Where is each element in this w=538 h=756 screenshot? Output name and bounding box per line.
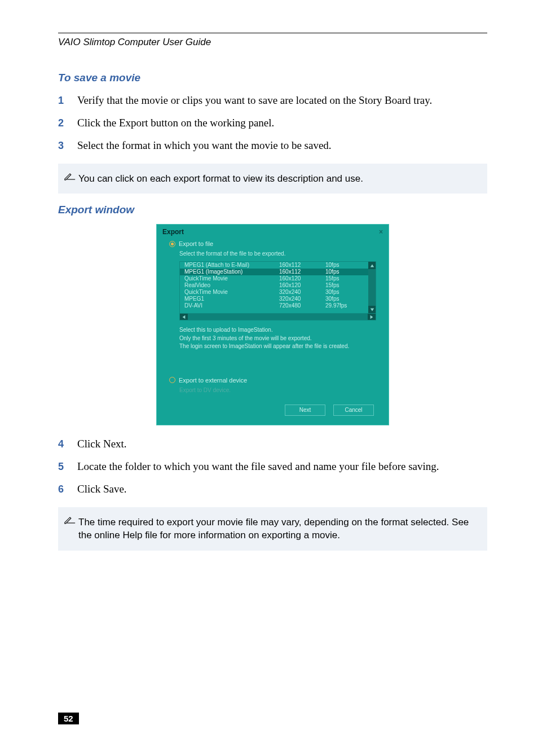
pencil-note-icon <box>64 172 78 181</box>
format-fps: 15fps <box>325 283 364 288</box>
format-res: 320x240 <box>279 296 325 302</box>
export-dialog: Export × Export to file Select the forma… <box>156 224 389 425</box>
step-text: Click the Export button on the working p… <box>77 116 487 130</box>
step-number: 2 <box>58 116 77 130</box>
format-res: 720x480 <box>279 303 325 309</box>
section-heading-save-movie: To save a movie <box>58 72 487 84</box>
format-name: MPEG1 (ImageStation) <box>184 269 279 275</box>
running-header: VAIO Slimtop Computer User Guide <box>58 37 487 48</box>
document-page: VAIO Slimtop Computer User Guide To save… <box>0 0 538 551</box>
step-row: 3 Select the format in which you want th… <box>58 138 487 153</box>
scroll-down-icon[interactable] <box>368 306 376 313</box>
format-name: QuickTime Movie <box>184 276 279 282</box>
next-button[interactable]: Next <box>285 405 325 416</box>
format-fps: 15fps <box>325 276 364 282</box>
note-box: The time required to export your movie f… <box>58 507 487 551</box>
close-icon[interactable]: × <box>379 228 383 236</box>
pencil-note-icon <box>64 516 78 524</box>
step-row: 4 Click Next. <box>58 437 487 451</box>
horizontal-scrollbar[interactable] <box>179 314 376 320</box>
desc-line: Select this to upload to ImageStation. <box>179 326 376 335</box>
step-number: 1 <box>58 93 77 108</box>
step-number: 5 <box>58 459 77 474</box>
device-sub-label: Export to DV device. <box>179 387 376 393</box>
step-text: Click Save. <box>77 482 487 496</box>
format-row[interactable]: QuickTime Movie 160x120 15fps <box>180 275 368 282</box>
step-row: 5 Locate the folder to which you want th… <box>58 459 487 474</box>
format-fps: 30fps <box>325 296 364 302</box>
format-fps: 10fps <box>325 262 364 268</box>
desc-line: The login screen to ImageStation will ap… <box>179 342 376 351</box>
format-row[interactable]: MPEG1 320x240 30fps <box>180 296 368 302</box>
note-text: You can click on each export format to v… <box>78 172 478 186</box>
format-fps: 30fps <box>325 289 364 295</box>
step-text: Select the format in which you want the … <box>77 138 487 153</box>
step-text: Click Next. <box>77 437 487 451</box>
step-number: 6 <box>58 482 77 496</box>
step-row: 1 Verify that the movie or clips you wan… <box>58 93 487 108</box>
format-fps: 10fps <box>325 269 364 275</box>
format-res: 160x112 <box>279 262 325 268</box>
scroll-left-icon[interactable] <box>180 314 188 320</box>
step-number: 3 <box>58 138 77 153</box>
format-name: DV-AVI <box>184 303 279 309</box>
radio-selected-icon <box>169 241 175 247</box>
radio-label: Export to file <box>179 240 213 247</box>
page-number: 52 <box>58 713 79 724</box>
radio-label: Export to external device <box>179 377 247 384</box>
section-heading-export-window: Export window <box>58 204 487 216</box>
format-row[interactable]: RealVideo 160x120 15fps <box>180 282 368 289</box>
cancel-button[interactable]: Cancel <box>333 405 374 416</box>
format-description: Select this to upload to ImageStation. O… <box>179 326 376 351</box>
export-dialog-title: Export <box>162 228 184 236</box>
step-row: 2 Click the Export button on the working… <box>58 116 487 130</box>
format-row[interactable]: QuickTime Movie 320x240 30fps <box>180 289 368 296</box>
format-name: RealVideo <box>184 283 279 288</box>
format-listbox[interactable]: MPEG1 (Attach to E-Mail) 160x112 10fps M… <box>179 261 376 314</box>
format-name: QuickTime Movie <box>184 289 279 295</box>
format-row[interactable]: DV-AVI 720x480 29.97fps <box>180 302 368 309</box>
scroll-up-icon[interactable] <box>368 262 376 269</box>
radio-export-to-device[interactable]: Export to external device <box>169 377 376 384</box>
radio-export-to-file[interactable]: Export to file <box>169 240 376 247</box>
step-text: Verify that the movie or clips you want … <box>77 93 487 108</box>
format-fps: 29.97fps <box>325 303 364 309</box>
step-row: 6 Click Save. <box>58 482 487 496</box>
format-res: 160x120 <box>279 276 325 282</box>
format-name: MPEG1 (Attach to E-Mail) <box>184 262 279 268</box>
note-text: The time required to export your movie f… <box>78 516 478 543</box>
desc-line: Only the first 3 minutes of the movie wi… <box>179 335 376 343</box>
steps-list-top: 1 Verify that the movie or clips you wan… <box>58 93 487 153</box>
format-res: 160x120 <box>279 283 325 288</box>
export-dialog-body: Export to file Select the format of the … <box>157 240 389 425</box>
format-res: 160x112 <box>279 269 325 275</box>
format-res: 320x240 <box>279 289 325 295</box>
note-box: You can click on each export format to v… <box>58 164 487 194</box>
vertical-scrollbar[interactable] <box>368 262 376 313</box>
format-row[interactable]: MPEG1 (Attach to E-Mail) 160x112 10fps <box>180 262 368 269</box>
dialog-buttons: Next Cancel <box>169 405 374 416</box>
step-text: Locate the folder to which you want the … <box>77 459 487 474</box>
format-name: MPEG1 <box>184 296 279 302</box>
radio-unselected-icon <box>169 377 175 383</box>
format-row-cut <box>180 309 368 313</box>
scroll-right-icon[interactable] <box>368 314 376 320</box>
select-format-label: Select the format of the file to be expo… <box>179 250 376 257</box>
step-number: 4 <box>58 437 77 451</box>
format-list: MPEG1 (Attach to E-Mail) 160x112 10fps M… <box>180 262 368 313</box>
export-dialog-header: Export × <box>157 225 389 239</box>
header-rule <box>58 33 487 33</box>
steps-list-bottom: 4 Click Next. 5 Locate the folder to whi… <box>58 437 487 497</box>
format-row[interactable]: MPEG1 (ImageStation) 160x112 10fps <box>180 269 368 275</box>
